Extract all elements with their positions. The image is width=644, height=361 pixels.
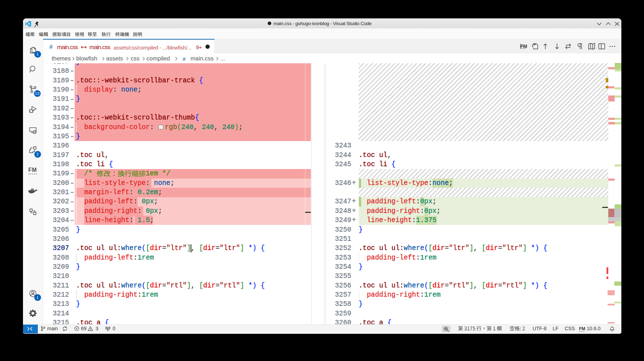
svg-text:FM: FM — [520, 43, 527, 49]
